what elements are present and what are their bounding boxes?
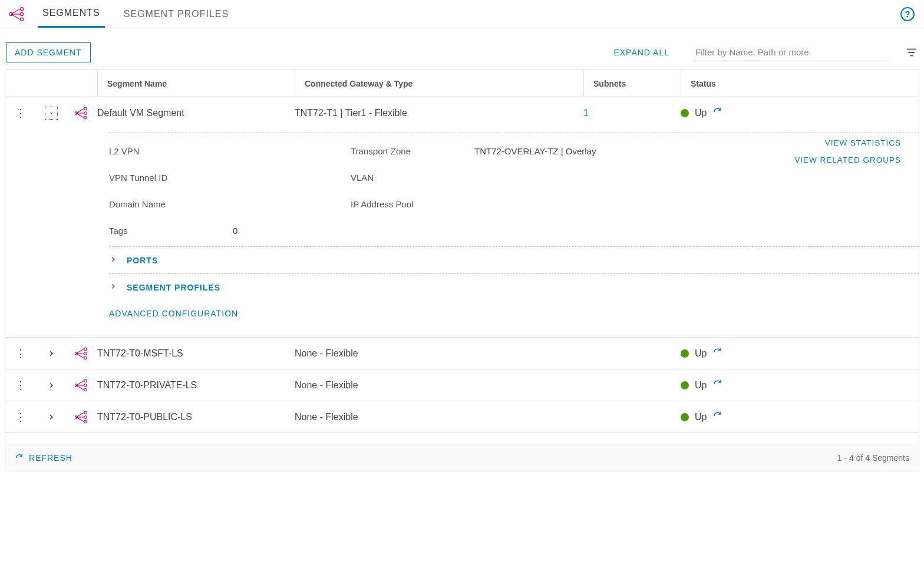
refresh-status-icon[interactable] — [712, 379, 723, 392]
table-row: ⋮ Default VM Segment TNT72-T1 | Tier1 - … — [5, 97, 919, 338]
transport-zone-value: TNT72-OVERLAY-TZ | Overlay — [474, 146, 728, 156]
svg-point-29 — [84, 384, 87, 387]
svg-point-21 — [84, 348, 87, 351]
domain-name-label: Domain Name — [109, 199, 233, 209]
gateway-value: None - Flexible — [295, 340, 583, 367]
svg-point-23 — [84, 356, 87, 359]
filter-input[interactable] — [693, 44, 887, 61]
svg-point-14 — [84, 107, 87, 110]
col-subnets: Subnets — [583, 70, 681, 97]
tab-segment-profiles[interactable]: SEGMENT PROFILES — [119, 0, 233, 28]
segment-name: TNT72-T0-MSFT-LS — [97, 340, 295, 367]
segment-icon — [67, 370, 97, 401]
svg-point-37 — [84, 420, 87, 423]
gateway-value: None - Flexible — [295, 404, 583, 431]
table-row: ⋮ TNT72-T0-PUBLIC-LS None - Flexible Up — [5, 401, 919, 433]
chevron-right-icon[interactable] — [109, 255, 118, 265]
svg-point-22 — [84, 352, 87, 355]
refresh-button[interactable]: REFRESH — [15, 453, 72, 463]
svg-point-35 — [84, 411, 87, 414]
expand-toggle[interactable] — [45, 347, 58, 360]
tags-label: Tags — [109, 226, 233, 236]
status-value: Up — [681, 371, 822, 400]
refresh-status-icon[interactable] — [712, 411, 723, 424]
table-row: ⋮ TNT72-T0-PRIVATE-LS None - Flexible Up — [5, 369, 919, 401]
segment-name: TNT72-T0-PUBLIC-LS — [97, 404, 295, 431]
status-text: Up — [695, 380, 707, 391]
col-segment-name: Segment Name — [97, 70, 295, 97]
segment-name: Default VM Segment — [97, 100, 295, 127]
segment-icon — [67, 98, 97, 128]
filter-settings-icon[interactable] — [905, 46, 918, 59]
refresh-status-icon[interactable] — [712, 347, 723, 360]
subnets-link[interactable]: 1 — [583, 100, 681, 127]
chevron-right-icon[interactable] — [109, 282, 118, 292]
transport-zone-label: Transport Zone — [351, 146, 474, 156]
segment-detail: L2 VPN Transport Zone TNT72-OVERLAY-TZ |… — [5, 133, 919, 337]
segment-profiles-section: SEGMENT PROFILES — [109, 273, 919, 300]
expand-all-link[interactable]: EXPAND ALL — [613, 48, 669, 57]
svg-point-16 — [84, 116, 87, 119]
collapse-toggle[interactable] — [45, 107, 58, 120]
status-text: Up — [695, 412, 707, 422]
row-actions-menu[interactable]: ⋮ — [5, 402, 36, 432]
status-value: Up — [681, 402, 822, 432]
segments-table: Segment Name Connected Gateway & Type Su… — [5, 70, 919, 471]
row-count: 1 - 4 of 4 Segments — [837, 453, 909, 463]
status-up-icon — [681, 381, 689, 389]
row-actions-menu[interactable]: ⋮ — [5, 98, 36, 128]
svg-point-6 — [20, 18, 23, 21]
gateway-value: None - Flexible — [295, 372, 583, 399]
tags-value: 0 — [233, 226, 351, 236]
svg-point-30 — [84, 388, 87, 391]
add-segment-button[interactable]: ADD SEGMENT — [6, 42, 91, 62]
status-up-icon — [681, 109, 689, 117]
vlan-label: VLAN — [351, 173, 474, 183]
svg-point-15 — [84, 112, 87, 115]
col-status: Status — [681, 70, 822, 97]
row-actions-menu[interactable]: ⋮ — [5, 339, 36, 368]
segment-icon — [67, 338, 97, 369]
status-text: Up — [695, 108, 707, 118]
svg-point-28 — [84, 379, 87, 382]
l2vpn-label: L2 VPN — [109, 146, 233, 156]
help-icon[interactable]: ? — [900, 7, 915, 21]
status-value: Up — [681, 98, 822, 128]
advanced-configuration-link[interactable]: ADVANCED CONFIGURATION — [109, 300, 919, 326]
gateway-value: TNT72-T1 | Tier1 - Flexible — [295, 100, 583, 127]
table-row: ⋮ TNT72-T0-MSFT-LS None - Flexible Up — [5, 338, 919, 369]
ports-section: PORTS — [109, 246, 919, 273]
view-statistics-link[interactable]: VIEW STATISTICS — [825, 138, 901, 147]
row-actions-menu[interactable]: ⋮ — [5, 371, 36, 400]
segment-profiles-link[interactable]: SEGMENT PROFILES — [127, 283, 220, 292]
status-up-icon — [681, 413, 689, 421]
refresh-label: REFRESH — [29, 453, 72, 463]
table-footer: REFRESH 1 - 4 of 4 Segments — [5, 444, 919, 471]
expand-toggle[interactable] — [45, 379, 58, 392]
segment-icon — [67, 402, 97, 432]
view-related-groups-link[interactable]: VIEW RELATED GROUPS — [794, 156, 901, 164]
segments-logo-icon — [9, 6, 26, 22]
toolbar: ADD SEGMENT EXPAND ALL — [0, 28, 924, 70]
svg-point-4 — [20, 7, 23, 10]
ip-pool-label: IP Address Pool — [351, 199, 474, 209]
svg-point-36 — [84, 415, 87, 418]
ports-link[interactable]: PORTS — [127, 256, 158, 265]
refresh-status-icon[interactable] — [712, 107, 723, 120]
expand-toggle[interactable] — [45, 411, 58, 424]
tab-bar: SEGMENTS SEGMENT PROFILES ? — [0, 0, 924, 28]
table-header: Segment Name Connected Gateway & Type Su… — [5, 70, 919, 97]
svg-point-5 — [20, 12, 23, 15]
col-gateway: Connected Gateway & Type — [295, 70, 583, 97]
tab-segments[interactable]: SEGMENTS — [38, 0, 105, 28]
status-text: Up — [695, 348, 707, 359]
status-up-icon — [681, 349, 689, 358]
segment-name: TNT72-T0-PRIVATE-LS — [97, 372, 295, 399]
status-value: Up — [681, 339, 822, 368]
vpn-tunnel-label: VPN Tunnel ID — [109, 173, 233, 183]
